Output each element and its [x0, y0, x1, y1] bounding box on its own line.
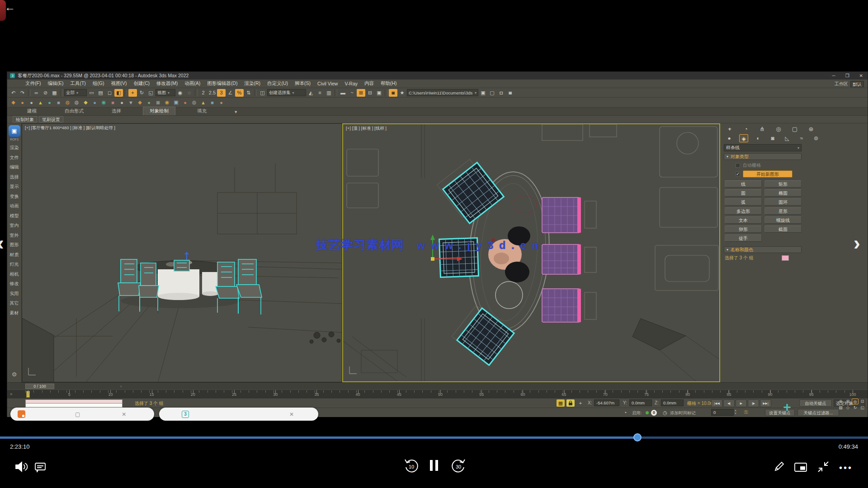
spline-button-星形[interactable]: 星形 [764, 207, 802, 215]
spline-button-螺旋线[interactable]: 螺旋线 [764, 216, 802, 224]
zoom-extents-icon[interactable]: ◎ [852, 399, 859, 404]
ribbon-tab-3[interactable]: 选择 [105, 107, 127, 115]
bind-spacewarp-icon[interactable]: ▦ [50, 89, 59, 97]
coin-icon[interactable]: ◍ [190, 99, 198, 106]
object-type-rollout[interactable]: ▾对象类型 [724, 153, 802, 160]
menu-item[interactable]: 视图(V) [111, 80, 127, 87]
systems-icon[interactable]: ⊚ [811, 134, 821, 142]
pan-icon[interactable]: ◇ [844, 405, 851, 411]
unlink-selection-icon[interactable]: ⊘ [41, 89, 50, 97]
viewport-perspective[interactable]: [+] [客厅餐厅1 800*480 ] [标准 ] [默认明暗处理 ] [22, 123, 342, 382]
overlay-chip-1[interactable]: ▢ ✕ [10, 408, 154, 421]
menu-item[interactable]: 创建(C) [134, 80, 150, 87]
sidebar-item-相机[interactable]: 相机 [10, 269, 19, 279]
menu-item[interactable]: 动画(A) [184, 80, 200, 87]
y-coordinate-field[interactable]: 0.0mm [629, 399, 652, 406]
named-selection-dropdown[interactable]: 创建选择集▾ [267, 89, 306, 96]
ref-coord-dropdown[interactable]: 视图▾ [156, 89, 175, 96]
snap-2d-icon[interactable]: 2 [199, 89, 208, 97]
scene-explorer-icon[interactable]: ⊟ [366, 89, 374, 97]
sidebar-item-显示[interactable]: 显示 [10, 182, 19, 192]
spline-button-文本[interactable]: 文本 [725, 216, 762, 224]
layer-manager-icon[interactable]: ▥ [325, 89, 333, 97]
display-tab[interactable]: ▢ [790, 126, 800, 132]
key-settings-icon[interactable]: ⚿ [744, 409, 748, 415]
sidebar-item-选择[interactable]: 选择 [10, 172, 19, 182]
orbit-icon[interactable]: ↻ [852, 405, 859, 411]
pivot-center-icon[interactable]: ◉ [176, 89, 184, 97]
sun-icon[interactable]: ◉ [163, 99, 171, 106]
menu-item[interactable]: 内容 [364, 80, 374, 87]
star2-icon[interactable]: ◆ [81, 99, 90, 106]
next-chevron[interactable]: › [854, 233, 860, 253]
sidebar-item-素材[interactable]: 素材 [10, 308, 19, 318]
x-coordinate-field[interactable]: -54.607m [594, 399, 619, 406]
favorites-icon[interactable]: ★ [398, 89, 406, 97]
cone-icon[interactable]: ▲ [36, 99, 45, 106]
sidebar-item-渲染[interactable]: 渲染 [10, 143, 19, 153]
spline-button-截面[interactable]: 截面 [764, 225, 802, 233]
exit-fullscreen-icon[interactable] [817, 461, 829, 473]
object-name-field[interactable]: 选择了 3 个 组 [725, 255, 754, 261]
sidebar-item-灯光[interactable]: 灯光 [10, 259, 19, 269]
spline-button-圆环[interactable]: 圆环 [764, 198, 802, 206]
sidebar-item-变换[interactable]: 变换 [10, 192, 19, 202]
selection-lock-icon[interactable] [566, 399, 575, 407]
render-icon[interactable]: ◘ [497, 89, 505, 97]
hierarchy-tab[interactable]: ⋔ [757, 126, 767, 132]
plane-icon[interactable]: ● [90, 99, 99, 106]
toggle-ribbon-icon[interactable]: ▬ [339, 89, 347, 97]
object-color-swatch[interactable] [782, 255, 789, 261]
close-icon[interactable]: ✕ [859, 73, 863, 78]
sidebar-app-icon[interactable]: ▣ [9, 125, 20, 137]
scale-icon[interactable]: ◱ [146, 89, 155, 97]
spinner-snap-icon[interactable]: ⇅ [244, 89, 253, 97]
menu-item[interactable]: V-Ray [344, 81, 358, 86]
pyramid-icon[interactable]: ▲ [199, 99, 208, 106]
clock-icon[interactable]: ◷ [661, 409, 669, 416]
select-object-icon[interactable]: ▭ [87, 89, 96, 97]
render-setup-icon[interactable]: ▣ [479, 89, 487, 97]
add-time-tag[interactable]: 添加时间标记 [670, 410, 696, 416]
prev-frame-icon[interactable]: ◀| [723, 399, 735, 407]
add-key-icon[interactable]: + [778, 399, 796, 416]
viewport-left-label[interactable]: [+] [客厅餐厅1 800*480 ] [标准 ] [默认明暗处理 ] [25, 125, 115, 131]
goto-start-icon[interactable]: |◀◀ [711, 399, 722, 407]
snap-3d-icon[interactable]: 3 [217, 89, 226, 97]
zoom-extents-all-icon[interactable]: ⊡ [859, 399, 866, 404]
render-last-icon[interactable]: ◙ [506, 89, 514, 97]
panel-icon[interactable]: ■ [208, 99, 217, 106]
capsule-icon[interactable]: ● [45, 99, 54, 106]
spacewarps-icon[interactable]: ≈ [797, 134, 806, 142]
sidebar-item-室内[interactable]: 室内 [10, 221, 19, 230]
box-icon[interactable]: ■ [54, 99, 63, 106]
goto-end-icon[interactable]: ▶▶| [760, 399, 771, 407]
zoom-icon[interactable]: ⊕ [837, 399, 844, 404]
percent-snap-icon[interactable]: % [235, 89, 244, 97]
menu-item[interactable]: 自定义(U) [267, 80, 288, 87]
menu-item[interactable]: 脚本(S) [295, 80, 311, 87]
frame-spinner[interactable]: ▲▼ [734, 409, 737, 415]
ribbon-subtab-1[interactable]: 绘制对象 [13, 116, 37, 122]
shapes-icon[interactable]: ◈ [739, 134, 748, 142]
angle-snap-icon[interactable]: ∠ [226, 89, 235, 97]
menu-item[interactable]: 帮助(H) [381, 80, 397, 87]
chip2-close-icon[interactable]: ✕ [289, 411, 294, 418]
menu-item[interactable]: 组(G) [93, 80, 104, 87]
start-new-shape-checkbox[interactable]: ✓ [736, 172, 740, 176]
dot-icon[interactable]: ● [118, 99, 126, 106]
spline-button-椭圆[interactable]: 椭圆 [764, 189, 802, 197]
geometry-icon[interactable]: ● [725, 134, 734, 142]
pip-icon[interactable] [794, 462, 807, 473]
down-icon[interactable]: ▼ [127, 99, 135, 106]
volume-icon[interactable] [14, 461, 28, 473]
time-slider-thumb[interactable]: 0 / 100 [25, 384, 54, 389]
select-and-link-icon[interactable]: ∞ [32, 89, 41, 97]
sidebar-item-编辑[interactable]: 编辑 [10, 162, 19, 172]
maximize-viewport-icon[interactable]: ◱ [859, 405, 866, 411]
zoom-region-icon[interactable]: ▧ [837, 405, 844, 411]
rect-region-icon[interactable]: ◻ [105, 89, 114, 97]
lights-icon[interactable]: ◐ [754, 134, 763, 142]
schematic-view-icon[interactable]: ⊞ [357, 89, 365, 97]
current-frame-field[interactable]: 0 [711, 409, 734, 416]
